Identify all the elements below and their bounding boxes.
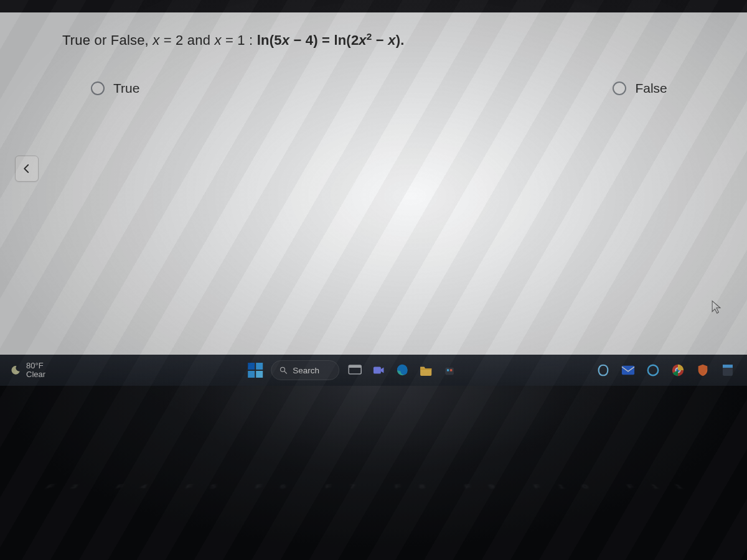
note-icon — [721, 363, 734, 377]
q-var-b: x — [214, 32, 221, 48]
start-button[interactable] — [247, 362, 263, 378]
svg-rect-10 — [622, 366, 634, 375]
svg-rect-7 — [446, 368, 454, 375]
taskbar-right — [595, 362, 741, 378]
option-false[interactable]: False — [613, 81, 667, 96]
mail-button[interactable] — [620, 362, 636, 378]
proctor-button[interactable] — [695, 362, 711, 378]
weather-temp: 80°F — [26, 362, 45, 370]
moon-icon — [10, 365, 21, 376]
camera-icon — [372, 363, 385, 377]
q-eq-b: = 1 : — [222, 32, 257, 48]
shield-icon — [696, 363, 710, 377]
store-icon — [443, 364, 456, 376]
q-rhs-tail: − — [372, 32, 388, 48]
previous-button[interactable] — [15, 156, 39, 182]
question-text: True or False, x = 2 and x = 1 : ln(5x −… — [62, 31, 697, 49]
svg-rect-8 — [447, 369, 449, 371]
chevron-left-icon — [21, 163, 32, 174]
radio-icon — [613, 82, 626, 95]
weather-widget[interactable]: 80°F Clear — [10, 362, 45, 380]
file-explorer-button[interactable] — [418, 362, 434, 378]
copilot-button[interactable] — [595, 362, 611, 378]
chat-button[interactable] — [370, 362, 387, 378]
q-eq-a: = 2 and — [159, 32, 214, 48]
q-rhs-last-var: x — [388, 32, 395, 48]
copilot-icon — [596, 363, 610, 377]
q-var-a: x — [153, 32, 159, 48]
app-circle-button[interactable] — [645, 362, 661, 378]
q-lhs-fn: ln(5 — [257, 32, 282, 48]
keyboard-fn-row: F3 F4 F5 F6 F7 F8 F9 F10 F11 — [45, 483, 703, 490]
folder-icon — [419, 364, 433, 376]
q-prefix: True or False, — [62, 32, 153, 48]
notepad-button[interactable] — [720, 362, 736, 378]
quiz-screen: True or False, x = 2 and x = 1 : ln(5x −… — [0, 12, 747, 361]
windows-taskbar: 80°F Clear Search — [0, 355, 747, 386]
desk-area: F3 F4 F5 F6 F7 F8 F9 F10 F11 — [0, 386, 747, 560]
task-view-button[interactable] — [347, 362, 363, 378]
task-view-icon — [348, 365, 362, 376]
search-icon — [279, 366, 288, 375]
store-button[interactable] — [441, 362, 458, 378]
q-rhs-var: x — [359, 32, 366, 48]
radio-icon — [91, 82, 105, 95]
svg-rect-6 — [420, 368, 431, 370]
option-false-label: False — [635, 81, 667, 96]
options-row: True False — [62, 81, 697, 96]
option-true-label: True — [113, 81, 139, 96]
mail-icon — [621, 365, 635, 376]
svg-rect-4 — [374, 367, 381, 374]
svg-rect-9 — [450, 369, 452, 371]
chrome-button[interactable] — [670, 362, 686, 378]
q-rhs-close: ). — [396, 32, 405, 48]
taskbar-center: Search — [247, 360, 458, 380]
edge-button[interactable] — [394, 362, 410, 378]
circle-icon — [646, 363, 660, 377]
svg-point-0 — [281, 367, 285, 371]
taskbar-search[interactable]: Search — [271, 360, 339, 380]
svg-line-1 — [284, 371, 287, 374]
cursor-icon — [711, 300, 722, 315]
svg-rect-16 — [723, 365, 733, 368]
weather-cond: Clear — [26, 370, 45, 379]
q-rhs-exp: 2 — [367, 31, 372, 42]
svg-rect-3 — [349, 365, 361, 368]
q-lhs-tail: − 4) = ln(2 — [289, 32, 359, 48]
q-lhs-var: x — [282, 32, 289, 48]
edge-icon — [395, 363, 409, 377]
chrome-icon — [671, 363, 685, 377]
search-placeholder: Search — [293, 366, 319, 375]
svg-point-11 — [648, 365, 659, 376]
option-true[interactable]: True — [91, 81, 139, 96]
